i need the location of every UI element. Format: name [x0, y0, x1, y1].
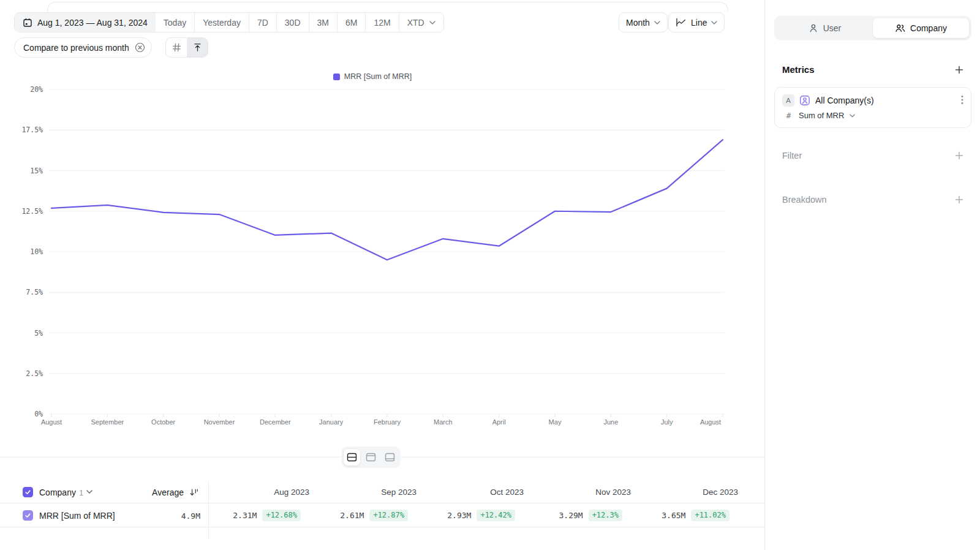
- preset-button[interactable]: Yesterday: [194, 13, 249, 32]
- chart-view-button[interactable]: [362, 448, 380, 466]
- display-options-group: [165, 37, 208, 58]
- metric-cell: 3.29M+12.3%: [524, 503, 631, 527]
- chevron-down-icon: [850, 114, 855, 118]
- chart-legend: MRR [Sum of MRR]: [0, 72, 745, 81]
- preset-button[interactable]: 6M: [337, 13, 365, 32]
- average-value: 4.9M: [127, 511, 200, 521]
- x-tick-label: October: [151, 418, 175, 426]
- y-tick-label: 10%: [30, 247, 43, 256]
- legend-label: MRR [Sum of MRR]: [344, 72, 412, 81]
- y-tick-label: 5%: [34, 329, 43, 337]
- numeric-type-symbol: #: [784, 111, 793, 120]
- calendar-icon: [23, 18, 32, 28]
- growth-badge: +12.68%: [262, 510, 301, 521]
- date-column-header[interactable]: Dec 2023: [631, 481, 738, 503]
- y-tick-label: 20%: [30, 85, 43, 94]
- metric-cell: 2.31M+12.68%: [202, 503, 309, 527]
- chevron-down-icon: [429, 21, 435, 24]
- chevron-down-icon: [711, 21, 717, 24]
- table-view-icon: [385, 453, 395, 462]
- split-view-button[interactable]: [343, 448, 361, 466]
- plus-icon: [954, 151, 964, 160]
- add-metric-button[interactable]: [954, 65, 964, 75]
- y-tick-label: 2.5%: [26, 369, 43, 378]
- date-column-header[interactable]: Nov 2023: [524, 481, 631, 503]
- growth-badge: +12.42%: [477, 510, 515, 521]
- sidebar: User Company Metrics A: [765, 0, 980, 550]
- add-breakdown-button[interactable]: [954, 195, 964, 205]
- cell-value: 3.65M: [662, 511, 685, 520]
- toggle-company-label: Company: [910, 23, 947, 33]
- metric-letter-badge: A: [782, 94, 794, 107]
- granularity-label: Month: [626, 18, 650, 28]
- breakdown-section-label: Breakdown: [782, 195, 827, 205]
- preset-button[interactable]: Today: [156, 13, 194, 32]
- x-tick-label: July: [661, 418, 673, 426]
- growth-badge: +12.3%: [589, 510, 622, 521]
- granularity-button[interactable]: Month: [619, 12, 668, 32]
- cell-value: 2.31M: [233, 511, 257, 520]
- preset-button[interactable]: 3M: [309, 13, 337, 32]
- view-switcher: [341, 446, 401, 468]
- date-column-header[interactable]: Sep 2023: [309, 481, 417, 503]
- metric-cell: 2.61M+12.87%: [309, 503, 417, 527]
- y-tick-label: 12.5%: [21, 207, 43, 216]
- axis-toggle-button[interactable]: [187, 38, 208, 57]
- metric-card[interactable]: A All Company(s) # Sum of MRR: [774, 87, 971, 128]
- metric-menu-icon[interactable]: [961, 95, 963, 105]
- date-range-group: Aug 1, 2023 — Aug 31, 2024 TodayYesterda…: [14, 12, 444, 32]
- preset-button[interactable]: 7D: [249, 13, 276, 32]
- cell-value: 2.93M: [447, 511, 471, 520]
- xtd-label: XTD: [407, 18, 424, 28]
- chevron-down-icon[interactable]: [86, 490, 92, 494]
- x-tick-label: August: [41, 418, 62, 426]
- x-tick-label: November: [204, 418, 235, 426]
- xtd-button[interactable]: XTD: [399, 13, 443, 32]
- group-by-selector[interactable]: Company: [39, 488, 76, 497]
- metric-row-label: MRR [Sum of MRR]: [39, 511, 115, 521]
- x-tick-label: December: [260, 418, 291, 426]
- filter-section-label: Filter: [782, 151, 802, 160]
- table-view-button[interactable]: [381, 448, 399, 466]
- chart-type-button[interactable]: Line: [668, 12, 725, 32]
- sort-icon[interactable]: [189, 488, 199, 497]
- cell-value: 3.29M: [559, 511, 583, 520]
- toggle-user-label: User: [823, 23, 842, 33]
- cell-value: 2.61M: [340, 511, 364, 520]
- add-filter-button[interactable]: [954, 151, 964, 160]
- aggregation-selector[interactable]: # Sum of MRR: [782, 111, 963, 120]
- group-count: 1: [79, 488, 83, 497]
- growth-badge: +11.02%: [691, 510, 729, 521]
- aggregation-label: Sum of MRR: [799, 111, 844, 120]
- grid-toggle-button[interactable]: [166, 38, 187, 57]
- mrr-line-chart[interactable]: 20%17.5%15%12.5%10%7.5%5%2.5%0%AugustSep…: [0, 82, 764, 429]
- growth-badge: +12.87%: [369, 510, 408, 521]
- mrr-series-line: [51, 140, 723, 260]
- line-chart-icon: [676, 18, 687, 27]
- y-tick-label: 17.5%: [21, 126, 43, 134]
- compare-label: Compare to previous month: [23, 43, 129, 53]
- date-column-header[interactable]: Aug 2023: [202, 481, 309, 503]
- table-row[interactable]: MRR [Sum of MRR] 4.9M 2.31M+12.68%2.61M+…: [0, 503, 764, 527]
- preset-button[interactable]: 12M: [365, 13, 398, 32]
- average-column-header[interactable]: Average: [110, 488, 184, 497]
- compare-chip[interactable]: Compare to previous month: [14, 37, 152, 58]
- check-icon: [24, 512, 31, 519]
- x-tick-label: August: [700, 418, 721, 426]
- metrics-title: Metrics: [782, 64, 815, 75]
- remove-compare-icon[interactable]: [135, 42, 145, 53]
- metric-cell: 3.65M+11.02%: [631, 503, 738, 527]
- row-checkbox[interactable]: [23, 510, 33, 521]
- toggle-user[interactable]: User: [777, 18, 873, 38]
- select-all-checkbox[interactable]: [23, 487, 33, 497]
- date-range-button[interactable]: Aug 1, 2023 — Aug 31, 2024: [15, 13, 156, 32]
- y-tick-label: 7.5%: [26, 288, 43, 296]
- toggle-company[interactable]: Company: [873, 18, 969, 38]
- y-tick-label: 0%: [34, 410, 43, 418]
- preset-button[interactable]: 30D: [276, 13, 309, 32]
- check-icon: [24, 489, 31, 495]
- chart-type-label: Line: [691, 18, 707, 28]
- metric-row-cells: 2.31M+12.68%2.61M+12.87%2.93M+12.42%3.29…: [202, 503, 738, 527]
- date-column-header[interactable]: Oct 2023: [417, 481, 524, 503]
- chart-view-icon: [366, 453, 376, 462]
